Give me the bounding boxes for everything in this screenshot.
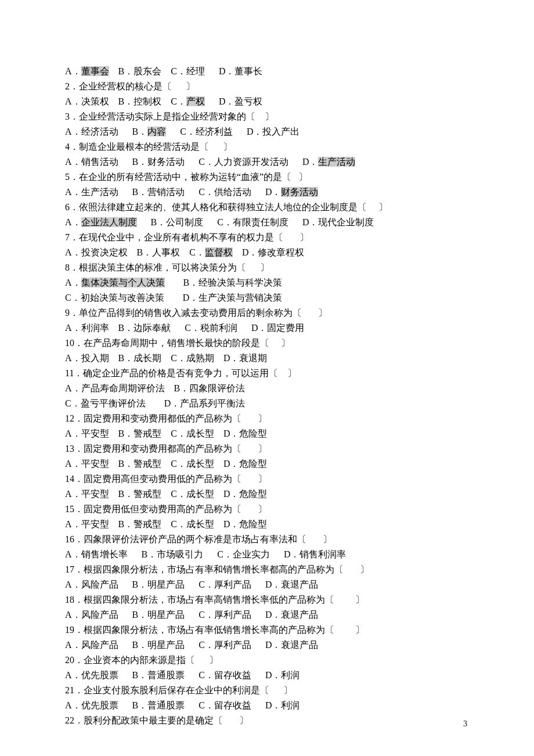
text-line: 10．在产品寿命周期中，销售增长最快的阶段是〔 〕	[65, 336, 469, 351]
text-line: C．盈亏平衡评价法 D．产品系列平衡法	[65, 396, 469, 411]
text-line: A．平安型 B．警戒型 C．成长型 D．危险型	[65, 517, 469, 532]
text-segment: 5．在企业的所有经营活动中，被称为运转“血液”的是〔 〕	[65, 172, 308, 182]
highlighted-text: 监督权	[205, 247, 233, 257]
text-segment: A．投入期 B．成长期 C．成熟期 D．衰退期	[65, 353, 267, 363]
text-segment: A．利润率 B．边际奉献 C．税前利润 D．固定费用	[65, 323, 304, 333]
text-segment: C．经济利益 D．投入产出	[166, 127, 300, 136]
text-line: A．决策权 B．控制权 C．产权 D．盈亏权	[65, 94, 469, 109]
text-segment: B．经验决策与科学决策	[165, 278, 283, 287]
text-segment: A．	[65, 66, 81, 76]
text-line: 14．固定费用高但变动费用低的产品称为〔 〕	[65, 471, 469, 487]
text-line: A．企业法人制度 B．公司制度 C．有限责任制度 D．现代企业制度	[65, 215, 469, 230]
text-segment: 12．固定费用和变动费用都低的产品称为〔 〕	[65, 413, 267, 423]
text-segment: A．优先股票 B．普通股票 C．留存收益 D．利润	[65, 700, 300, 710]
text-line: 18．根据四象限分析法，市场占有率高销售增长率低的产品称为〔 〕	[65, 592, 469, 607]
text-segment: 21．企业支付股东股利后保存在企业中的利润是〔 〕	[65, 685, 293, 695]
text-line: A．销售增长率 B．市场吸引力 C．企业实力 D．销售利润率	[65, 547, 469, 562]
text-segment: A．生产活动 B．营销活动 C．供给活动 D．	[65, 187, 281, 197]
text-line: A．平安型 B．警戒型 C．成长型 D．危险型	[65, 426, 469, 441]
text-segment: B．公司制度 C．有限责任制度 D．现代企业制度	[137, 217, 374, 227]
text-segment: 11．确定企业产品的价格是否有竞争力，可以运用〔 〕	[65, 368, 297, 378]
text-line: 13．固定费用和变动费用都高的产品称为〔 〕	[65, 441, 469, 456]
text-line: 3．企业经营活动实际上是指企业经营对象的〔 〕	[65, 109, 469, 124]
text-segment: 8．根据决策主体的标准，可以将决策分为〔 〕	[65, 262, 269, 272]
text-line: A．董事会 B．股东会 C．经理 D．董事长	[65, 64, 469, 79]
text-segment: 16．四象限评价法评价产品的两个标准是市场占有率法和〔 〕	[65, 534, 332, 544]
text-segment: 3．企业经营活动实际上是指企业经营对象的〔 〕	[65, 111, 274, 121]
text-segment: A．	[65, 278, 81, 287]
highlighted-text: 产权	[186, 96, 205, 106]
text-segment: A．平安型 B．警戒型 C．成长型 D．危险型	[65, 429, 267, 438]
text-segment: 19．根据四象限分析法，市场占有率低销售增长率高的产品称为〔 〕	[65, 625, 365, 635]
text-line: 6．依照法律建立起来的、使其人格化和获得独立法人地位的企业制度是〔 〕	[65, 200, 469, 215]
text-segment: 4．制造企业最根本的经营活动是〔 〕	[65, 142, 232, 152]
text-segment: 2．企业经营权的核心是〔 〕	[65, 81, 195, 91]
text-segment: A．产品寿命周期评价法 B．四象限评价法	[65, 383, 245, 393]
text-line: A．生产活动 B．营销活动 C．供给活动 D．财务活动	[65, 185, 469, 200]
text-segment: A．	[65, 217, 81, 227]
text-line: 15．固定费用低但变动费用高的产品称为〔 〕	[65, 502, 469, 517]
text-segment: 20．企业资本的内部来源是指〔 〕	[65, 655, 218, 665]
text-segment: 9．单位产品得到的销售收入减去变动费用后的剩余称为〔 〕	[65, 308, 327, 318]
highlighted-text: 集体决策与个人决策	[81, 278, 165, 287]
text-line: A．平安型 B．警戒型 C．成长型 D．危险型	[65, 487, 469, 502]
text-line: A．风险产品 B．明星产品 C．厚利产品 D．衰退产品	[65, 607, 469, 622]
text-line: 8．根据决策主体的标准，可以将决策分为〔 〕	[65, 260, 469, 275]
text-line: A．经济活动 B．内容 C．经济利益 D．投入产出	[65, 124, 469, 139]
text-segment: C．初始决策与改善决策 D．生产决策与营销决策	[65, 293, 282, 303]
text-segment: A．平安型 B．警戒型 C．成长型 D．危险型	[65, 459, 267, 469]
text-line: 16．四象限评价法评价产品的两个标准是市场占有率法和〔 〕	[65, 532, 469, 547]
text-segment: A．平安型 B．警戒型 C．成长型 D．危险型	[65, 489, 267, 499]
text-segment: A．经济活动 B．	[65, 127, 147, 136]
text-line: A．投入期 B．成长期 C．成熟期 D．衰退期	[65, 351, 469, 366]
text-segment: A．风险产品 B．明星产品 C．厚利产品 D．衰退产品	[65, 640, 318, 650]
highlighted-text: 企业法人制度	[81, 217, 137, 227]
text-line: A．销售活动 B．财务活动 C．人力资源开发活动 D．生产活动	[65, 154, 469, 170]
text-segment: A．风险产品 B．明星产品 C．厚利产品 D．衰退产品	[65, 610, 318, 620]
text-line: A．集体决策与个人决策 B．经验决策与科学决策	[65, 275, 469, 290]
highlighted-text: 董事会	[81, 66, 109, 76]
text-segment: 14．固定费用高但变动费用低的产品称为〔 〕	[65, 474, 267, 484]
highlighted-text: 财务活动	[281, 187, 318, 197]
text-segment: A．决策权 B．控制权 C．	[65, 96, 186, 106]
page-number: 3	[463, 717, 467, 732]
text-line: 4．制造企业最根本的经营活动是〔 〕	[65, 139, 469, 154]
text-segment: 13．固定费用和变动费用都高的产品称为〔 〕	[65, 444, 267, 453]
text-line: A．产品寿命周期评价法 B．四象限评价法	[65, 381, 469, 396]
text-line: 2．企业经营权的核心是〔 〕	[65, 79, 469, 94]
text-line: 21．企业支付股东股利后保存在企业中的利润是〔 〕	[65, 683, 469, 698]
text-line: 22．股利分配政策中最主要的是确定〔 〕	[65, 713, 469, 728]
text-segment: 7．在现代企业中，企业所有者机构不享有的权力是〔 〕	[65, 232, 309, 242]
text-line: A．风险产品 B．明星产品 C．厚利产品 D．衰退产品	[65, 577, 469, 592]
highlighted-text: 内容	[147, 127, 166, 136]
text-segment: A．销售活动 B．财务活动 C．人力资源开发活动 D．	[65, 157, 318, 167]
text-segment: A．投资决定权 B．人事权 C．	[65, 247, 205, 257]
text-line: A．优先股票 B．普通股票 C．留存收益 D．利润	[65, 668, 469, 683]
document-page: A．董事会 B．股东会 C．经理 D．董事长2．企业经营权的核心是〔 〕A．决策…	[0, 0, 534, 756]
text-line: 5．在企业的所有经营活动中，被称为运转“血液”的是〔 〕	[65, 170, 469, 185]
text-line: 19．根据四象限分析法，市场占有率低销售增长率高的产品称为〔 〕	[65, 622, 469, 638]
text-line: 7．在现代企业中，企业所有者机构不享有的权力是〔 〕	[65, 230, 469, 245]
text-line: A．利润率 B．边际奉献 C．税前利润 D．固定费用	[65, 321, 469, 336]
text-segment: A．风险产品 B．明星产品 C．厚利产品 D．衰退产品	[65, 579, 318, 589]
text-segment: 10．在产品寿命周期中，销售增长最快的阶段是〔 〕	[65, 338, 290, 348]
text-segment: A．销售增长率 B．市场吸引力 C．企业实力 D．销售利润率	[65, 549, 346, 559]
text-line: A．平安型 B．警戒型 C．成长型 D．危险型	[65, 456, 469, 471]
text-line: 17．根据四象限分析法，市场占有率和销售增长率都高的产品称为〔 〕	[65, 562, 469, 577]
text-line: 12．固定费用和变动费用都低的产品称为〔 〕	[65, 411, 469, 426]
text-line: C．初始决策与改善决策 D．生产决策与营销决策	[65, 290, 469, 305]
text-segment: 22．股利分配政策中最主要的是确定〔 〕	[65, 715, 248, 725]
text-line: A．风险产品 B．明星产品 C．厚利产品 D．衰退产品	[65, 638, 469, 653]
text-segment: 6．依照法律建立起来的、使其人格化和获得独立法人地位的企业制度是〔 〕	[65, 202, 388, 212]
highlighted-text: 生产活动	[318, 157, 355, 167]
text-segment: D．盈亏权	[205, 96, 263, 106]
text-line: 9．单位产品得到的销售收入减去变动费用后的剩余称为〔 〕	[65, 305, 469, 321]
text-segment: B．股东会 C．经理 D．董事长	[109, 66, 263, 76]
text-segment: D．修改章程权	[233, 247, 305, 257]
text-line: 11．确定企业产品的价格是否有竞争力，可以运用〔 〕	[65, 366, 469, 381]
text-segment: 18．根据四象限分析法，市场占有率高销售增长率低的产品称为〔 〕	[65, 595, 365, 604]
text-segment: 15．固定费用低但变动费用高的产品称为〔 〕	[65, 504, 267, 514]
text-segment: 17．根据四象限分析法，市场占有率和销售增长率都高的产品称为〔 〕	[65, 564, 369, 574]
text-line: A．优先股票 B．普通股票 C．留存收益 D．利润	[65, 698, 469, 713]
text-line: A．投资决定权 B．人事权 C．监督权 D．修改章程权	[65, 245, 469, 260]
